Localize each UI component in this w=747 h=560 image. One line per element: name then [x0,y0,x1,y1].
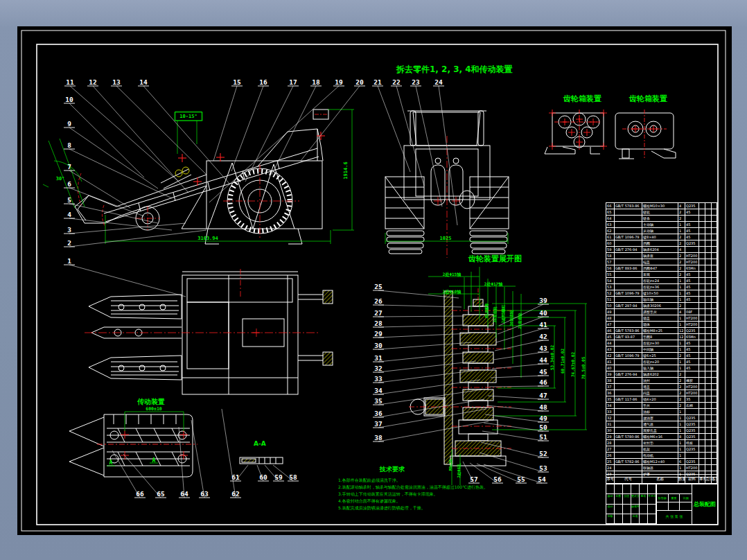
callout-48: 48 [539,403,547,411]
parts-list-cell [615,222,642,228]
parts-list-row: 39GB/T 276-94轴承62022 [606,371,718,378]
parts-list-cell [712,216,717,222]
callout-12: 12 [89,78,96,86]
parts-list-cell: 45 [685,353,699,359]
parts-list-cell [615,284,642,290]
parts-list-cell: 观察孔盖 [642,428,678,434]
callout-63: 63 [200,490,209,498]
title-block-name-cell: 总装配图 [692,484,717,524]
callout-38: 38 [374,434,383,441]
parts-list-cell [712,434,717,440]
callout-17: 17 [289,78,297,86]
callout-3: 3 [67,226,71,234]
parts-list-cell: 2 [678,272,685,278]
parts-list-cell [615,403,642,409]
parts-list-cell [615,253,642,259]
dim-text: 600±10 [146,406,162,412]
parts-list-cell: 纸板 [685,440,699,446]
callout-2: 2 [67,239,71,247]
parts-list-cell [705,284,712,290]
parts-list-cell [615,446,642,453]
parts-list-cell: 从动轴 [642,228,678,234]
callout-10: 10 [65,96,73,103]
parts-list-cell [705,253,712,259]
parts-list-cell [699,459,705,465]
parts-list-cell: 39 [606,371,615,378]
parts-list-cell [699,347,705,353]
parts-list-cell [615,340,642,347]
tb-label-design: 设计 [606,505,615,514]
parts-list-cell: 1 [678,340,685,347]
parts-list-cell [705,353,712,359]
parts-list-cell: HT200 [685,322,699,328]
parts-list-cell [615,428,642,434]
parts-list-cell [705,290,712,297]
parts-list-cell [699,403,705,409]
parts-list-cell: 2 [678,396,685,403]
parts-list-cell: 挡圈Φ47 [642,265,678,272]
parts-list-cell: 1 [678,290,685,297]
parts-list-cell [699,390,705,396]
parts-list-cell [705,328,712,334]
parts-list-cell: 42 [606,353,615,359]
parts-list-cell: 调整垫片 [642,309,678,315]
parts-list-cell [685,247,699,253]
parts-list-cell: 66 [606,203,615,209]
view-label-gear-expanded: 齿轮装置展开图 [468,255,522,263]
callout-26: 26 [374,297,383,305]
parts-list-cell: 1 [678,228,685,234]
parts-list-cell [712,396,717,403]
parts-list-cell: 2 [678,259,685,265]
parts-list-cell: 轴承座 [642,253,678,259]
dim-text: M10螺母 [484,303,489,317]
parts-list-cell [699,203,705,209]
tb-label-zone: 分区 [623,494,631,504]
parts-list-cell: HT200 [685,465,699,471]
dim-text: 36齿齿轮 [493,306,498,323]
parts-list-cell [712,278,717,284]
parts-list-row: 63主动轴145 [606,222,718,228]
parts-list-cell: 齿轮z=20 [642,359,678,365]
parts-list-cell [705,228,712,234]
parts-list-row: 62从动轴145 [606,228,718,234]
parts-list-cell: 65Mn [685,334,699,340]
parts-list-cell: GB/T 5780-86 [615,434,642,440]
callout-40: 40 [539,309,547,317]
parts-list-cell [712,253,717,259]
parts-list-cell: 44 [606,340,615,347]
parts-list-row: 33油标1 [606,409,718,415]
callout-1: 1 [67,257,71,265]
parts-list-cell: 64 [606,216,615,222]
view-label-transmission: 传动装置 [137,399,165,405]
parts-list-cell: 2 [678,303,685,309]
parts-list-cell: Q235 [685,328,699,334]
parts-list-cell: 2 [678,384,685,390]
dim-text: A [109,460,113,466]
parts-list-cell: 螺栓M12×40 [642,459,678,465]
parts-list-row: 59GB/T 276-94轴承62044 [606,247,718,253]
callout-42: 42 [539,333,547,340]
callout-62: 62 [231,490,239,498]
parts-list-cell [615,272,642,278]
parts-list-cell: 24 [606,465,615,471]
parts-list-cell: 34 [606,403,615,409]
parts-list-cell [699,353,705,359]
callout-57: 57 [470,475,477,483]
dim-text: 2处M5螺钉 [501,304,506,323]
parts-list-cell: 1 [678,359,685,365]
parts-list-cell: 输出轴 [642,297,678,303]
parts-list-cell [705,347,712,353]
parts-list-cell [705,415,712,421]
parts-list-cell [615,278,642,284]
dim-text: 1025 [440,236,452,241]
parts-list-cell: 2 [678,371,685,378]
parts-list-cell [615,216,642,222]
parts-list-cell [705,309,712,315]
parts-list-cell [699,465,705,471]
parts-list-cell: 49 [606,309,615,315]
callout-6: 6 [67,180,71,188]
parts-list-cell [699,278,705,284]
parts-list-cell: 60 [606,240,615,247]
callout-33: 33 [374,375,383,383]
parts-list-cell: 12 [678,328,685,334]
